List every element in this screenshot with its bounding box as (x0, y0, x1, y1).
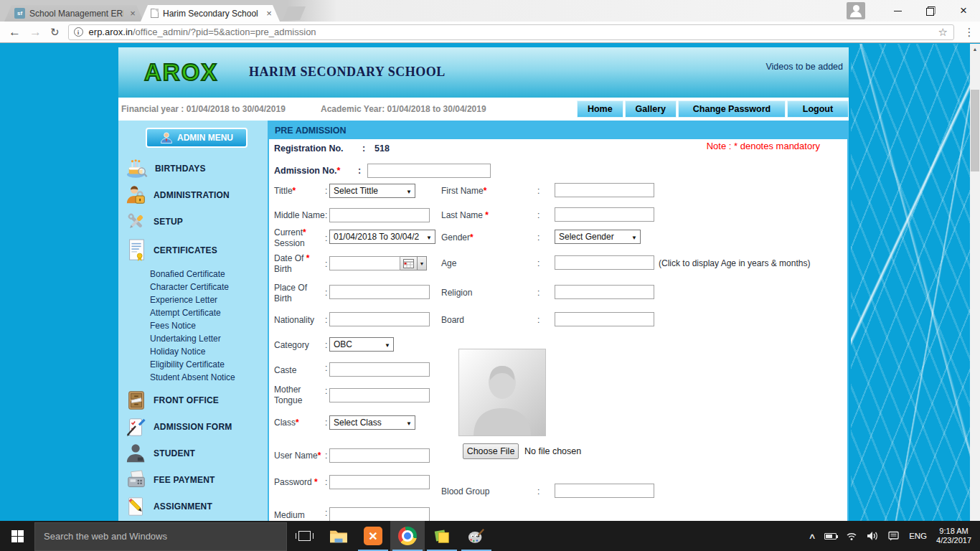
mother-tongue-label: MotherTongue (274, 385, 302, 406)
submenu-item-attempt[interactable]: Attempt Certificate (150, 306, 268, 319)
submenu-item-student-absent[interactable]: Student Absent Notice (150, 371, 268, 384)
user-name-input[interactable] (329, 448, 430, 463)
browser-tab-erp[interactable]: sf School Management ERP (4, 5, 143, 22)
board-input[interactable] (555, 312, 654, 326)
dob-input[interactable] (329, 256, 400, 270)
choose-file-button[interactable]: Choose File (463, 443, 519, 459)
gimp-button[interactable] (459, 521, 494, 551)
gender-label: Gender* (441, 232, 473, 243)
sidebar-item-fee-payment[interactable]: FEE PAYMENT (118, 466, 268, 493)
chrome-button[interactable] (390, 521, 425, 551)
caste-input[interactable] (329, 362, 430, 377)
tray-chevron-icon[interactable]: ∧ (808, 532, 816, 541)
scrollbar-thumb[interactable] (971, 90, 979, 171)
action-center-icon[interactable] (888, 531, 900, 541)
minimize-button[interactable] (881, 0, 914, 22)
admission-no-input[interactable] (367, 164, 491, 178)
language-indicator[interactable]: ENG (909, 532, 927, 540)
middle-name-input[interactable] (329, 208, 430, 222)
new-tab-button[interactable] (283, 6, 306, 20)
reload-icon[interactable]: ↻ (50, 27, 60, 37)
wifi-icon[interactable] (846, 531, 857, 541)
back-icon[interactable]: ← (9, 26, 21, 38)
sidebar-item-student[interactable]: STUDENT (118, 440, 268, 466)
tittle-select[interactable]: Select Tittle (329, 184, 415, 198)
class-select-value: Select Class (334, 418, 382, 428)
sidebar-item-assignment[interactable]: ASSIGNMENT (118, 493, 268, 519)
calendar-dropdown-icon[interactable] (418, 256, 427, 270)
address-bar[interactable]: erp.arox.in /office_admin/?pid=5&action=… (68, 24, 954, 40)
colon: : (537, 288, 540, 298)
sidebar-item-front-office[interactable]: FRONT OFFICE (118, 387, 268, 413)
chevron-down-icon (406, 418, 412, 428)
gender-select[interactable]: Select Gender (555, 230, 641, 244)
place-of-birth-input[interactable] (329, 285, 430, 299)
close-button[interactable] (947, 0, 980, 22)
tab-close-icon[interactable] (128, 8, 138, 19)
certificates-submenu: Bonafied Certificate Character Certifica… (150, 268, 268, 384)
taskbar-search-input[interactable] (34, 522, 287, 551)
bookmark-star-icon[interactable] (938, 26, 948, 39)
change-password-button[interactable]: Change Password (678, 100, 786, 118)
home-button[interactable]: Home (577, 100, 623, 118)
blood-group-label: Blood Group (441, 486, 489, 497)
tools-icon (126, 211, 147, 232)
gallery-button[interactable]: Gallery (625, 100, 677, 118)
tab-close-icon[interactable] (264, 8, 274, 19)
sidebar: ADMIN MENU (118, 121, 268, 521)
xampp-button[interactable]: ✕ (356, 521, 390, 551)
clock[interactable]: 9:18 AM 4/23/2017 (936, 527, 971, 545)
submenu-item-character[interactable]: Character Certificate (150, 281, 268, 293)
last-name-input[interactable] (555, 207, 654, 222)
submenu-item-holiday[interactable]: Holiday Notice (150, 345, 268, 358)
logout-button[interactable]: Logout (787, 100, 849, 118)
panel-title: PRE ADMISSION (269, 122, 847, 139)
category-select[interactable]: OBC (329, 337, 394, 352)
calendar-icon[interactable] (400, 256, 418, 270)
profile-icon[interactable] (847, 2, 865, 19)
submenu-item-fees-notice[interactable]: Fees Notice (150, 319, 268, 332)
sidebar-item-birthdays[interactable]: BIRTHDAYS (118, 155, 268, 182)
submenu-item-bonafied[interactable]: Bonafied Certificate (150, 268, 268, 281)
sidebar-item-administration[interactable]: ADMINISTRATION (118, 182, 268, 208)
sidebar-item-setup[interactable]: SETUP (118, 208, 268, 235)
admin-menu-button[interactable]: ADMIN MENU (146, 128, 248, 148)
colon: : (537, 486, 540, 496)
form-pen-icon (126, 416, 147, 438)
class-select[interactable]: Select Class (329, 415, 415, 430)
sticky-notes-button[interactable] (425, 521, 459, 551)
task-view-icon (298, 531, 311, 541)
file-explorer-button[interactable] (321, 521, 356, 551)
top-nav: Home Gallery Change Password Logout (577, 100, 849, 118)
submenu-item-eligibility[interactable]: Eligibility Certificate (150, 358, 268, 371)
current-session-select[interactable]: 01/04/2018 To 30/04/2 (329, 230, 435, 244)
password-input[interactable] (329, 475, 430, 489)
maximize-button[interactable] (914, 0, 947, 22)
start-button[interactable] (0, 521, 34, 551)
task-view-button[interactable] (287, 521, 321, 551)
scroll-up-icon[interactable] (970, 44, 980, 55)
info-icon[interactable] (74, 27, 83, 37)
nationality-input[interactable] (329, 312, 430, 326)
forward-icon[interactable]: → (29, 26, 42, 38)
tab-title: Harim Secondary School (163, 9, 260, 19)
mother-tongue-input[interactable] (329, 388, 430, 402)
dob-field (329, 256, 427, 270)
chevron-down-icon (426, 232, 432, 242)
battery-icon[interactable] (824, 533, 837, 540)
age-input[interactable] (555, 255, 654, 270)
sidebar-item-admission-form[interactable]: ADMISSION FORM (118, 413, 268, 440)
submenu-item-undertaking[interactable]: Undertaking Letter (150, 332, 268, 345)
volume-icon[interactable] (867, 531, 879, 541)
medium-input[interactable] (329, 507, 430, 521)
scrollbar[interactable] (970, 44, 980, 521)
submenu-item-experience[interactable]: Experience Letter (150, 293, 268, 306)
blood-group-input[interactable] (555, 484, 654, 498)
browser-tab-harim[interactable]: Harim Secondary School (141, 5, 280, 22)
medium-label: Medium (274, 510, 305, 521)
content-row: ADMIN MENU (118, 121, 849, 521)
first-name-input[interactable] (555, 183, 654, 197)
religion-input[interactable] (555, 285, 654, 299)
sidebar-item-certificates[interactable]: CERTIFICATES (118, 235, 268, 266)
browser-menu-icon[interactable] (958, 26, 980, 39)
